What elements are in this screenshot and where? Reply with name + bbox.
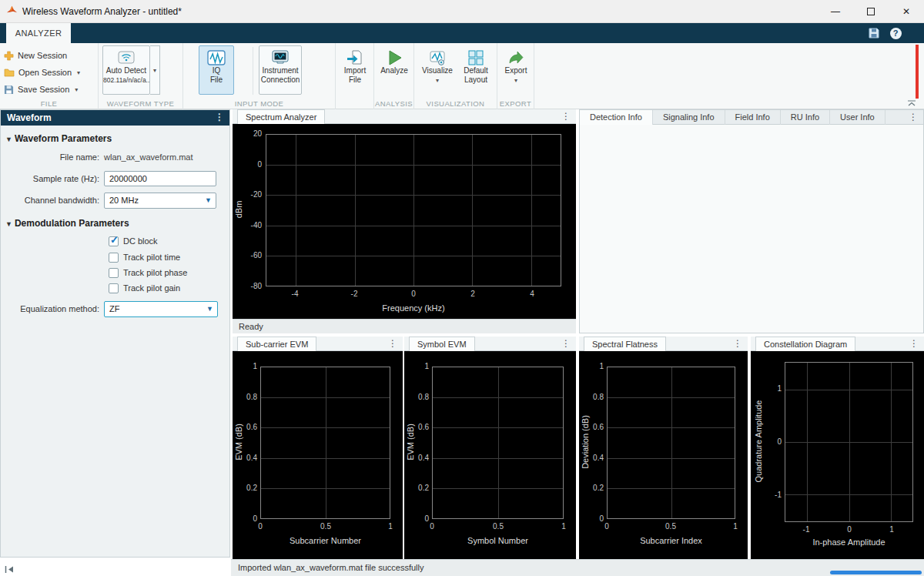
x-tick: 0: [595, 522, 618, 531]
window-title: Wireless Waveform Analyzer - untitled*: [22, 6, 182, 17]
y-tick: -1: [768, 491, 782, 499]
visualize-label: Visualize: [422, 66, 453, 75]
spectrum-analyzer-panel: Spectrum Analyzer ⋮ 20 0 -20 -40 -60 -80…: [233, 109, 576, 333]
tab-user-info[interactable]: User Info: [830, 110, 886, 125]
equalization-method-select[interactable]: ZF ▼: [104, 301, 218, 317]
default-layout-button[interactable]: Default Layout: [458, 45, 494, 95]
constellation-tab[interactable]: Constellation Diagram: [755, 337, 855, 351]
checkbox-icon: ✓: [109, 268, 119, 278]
save-session-button[interactable]: Save Session ▾: [4, 82, 78, 97]
spectrum-analyzer-header: Spectrum Analyzer ⋮: [233, 109, 576, 124]
status-message: Imported wlan_ax_waveform.mat file succe…: [238, 563, 424, 572]
y-tick: 0.2: [585, 484, 604, 492]
horizontal-scrollbar-thumb[interactable]: [830, 571, 922, 574]
spectrum-status-bar: Ready: [233, 319, 576, 333]
visualize-caret-icon[interactable]: ▾: [436, 76, 439, 85]
default-layout-label-1: Default: [464, 66, 488, 75]
section-analysis: Analyze ANALYSIS: [374, 43, 414, 109]
section-visualization: Visualize ▾ Default Layout VISUALIZATION: [414, 43, 497, 109]
auto-detect-button[interactable]: Auto Detect 802.11a/n/ac/a...: [102, 45, 150, 95]
auto-detect-label-1: Auto Detect: [106, 66, 146, 75]
y-tick: 0.2: [239, 484, 257, 492]
waveform-panel-menu-icon[interactable]: ⋮: [215, 111, 224, 124]
x-tick: 1: [552, 522, 575, 531]
save-session-caret-icon[interactable]: ▾: [75, 86, 78, 93]
subcarrier-evm-menu-icon[interactable]: ⋮: [388, 337, 397, 350]
channel-bandwidth-select[interactable]: 20 MHz ▼: [104, 193, 216, 209]
new-session-button[interactable]: New Session: [4, 48, 67, 63]
import-file-icon: [346, 49, 363, 66]
spectral-flatness-tab[interactable]: Spectral Flatness: [584, 337, 666, 351]
open-session-caret-icon[interactable]: ▾: [77, 69, 80, 76]
maximize-button[interactable]: [853, 0, 889, 23]
tab-ru-info[interactable]: RU Info: [781, 110, 830, 125]
minimize-button[interactable]: —: [818, 0, 853, 23]
spectrum-analyzer-tab[interactable]: Spectrum Analyzer: [237, 109, 325, 124]
x-axis-label: Subcarrier Number: [260, 536, 390, 545]
y-axis-label: Quadrature Amplitude: [754, 395, 763, 487]
visualize-button[interactable]: Visualize ▾: [420, 45, 455, 95]
subcarrier-evm-panel: Sub-carrier EVM ⋮ 1 0.8 0.6 0.4 0.2 0 0 …: [233, 337, 403, 559]
x-tick: -1: [797, 525, 815, 534]
symbol-evm-panel: Symbol EVM ⋮ 1 0.8 0.6 0.4 0.2 0 0 0.5 1…: [404, 337, 576, 559]
import-file-button[interactable]: Import File: [338, 45, 372, 95]
iq-file-icon: [206, 49, 226, 66]
section-input-mode: IQ File Instrument Connection INPUT MODE: [183, 43, 336, 109]
spectrum-chart: 20 0 -20 -40 -60 -80 -4 -2 0 2 4 dBm Fre…: [233, 124, 576, 319]
sample-rate-input[interactable]: [104, 171, 216, 186]
file-name-value: wlan_ax_waveform.mat: [104, 152, 193, 162]
close-button[interactable]: ✕: [889, 0, 924, 23]
x-tick: 0.5: [487, 522, 510, 531]
checkbox-label: Track pilot phase: [123, 268, 187, 277]
export-button[interactable]: Export ▾: [499, 45, 533, 95]
open-session-button[interactable]: Open Session ▾: [4, 65, 80, 80]
x-tick: 0: [249, 522, 272, 531]
help-button[interactable]: ?: [887, 26, 904, 40]
constellation-panel: Constellation Diagram ⋮ 1 0 -1 -1 0 1 Qu…: [751, 337, 924, 559]
instrument-connection-button[interactable]: Instrument Connection: [259, 45, 302, 95]
export-caret-icon[interactable]: ▾: [514, 76, 517, 85]
spectral-flatness-menu-icon[interactable]: ⋮: [733, 337, 742, 350]
titlebar: Wireless Waveform Analyzer - untitled* —…: [0, 0, 924, 23]
waveform-type-caret[interactable]: ▾: [150, 45, 160, 95]
section-label-input-mode: INPUT MODE: [183, 99, 335, 108]
tab-detection-info[interactable]: Detection Info: [580, 110, 653, 125]
x-tick: 0.5: [314, 522, 337, 531]
tab-analyzer[interactable]: ANALYZER: [6, 23, 71, 43]
info-panel-menu-icon[interactable]: ⋮: [909, 111, 918, 124]
constellation-menu-icon[interactable]: ⋮: [909, 337, 919, 350]
symbol-evm-menu-icon[interactable]: ⋮: [561, 337, 571, 350]
spectral-flatness-header: Spectral Flatness ⋮: [579, 337, 748, 351]
constellation-chart: 1 0 -1 -1 0 1 Quadrature Amplitude In-ph…: [751, 351, 924, 559]
symbol-evm-tab[interactable]: Symbol EVM: [409, 337, 475, 351]
iq-file-button[interactable]: IQ File: [199, 45, 234, 95]
symbol-evm-header: Symbol EVM ⋮: [404, 337, 576, 351]
y-tick: 20: [243, 129, 262, 138]
subcarrier-evm-tab[interactable]: Sub-carrier EVM: [237, 337, 316, 351]
collapse-panel-button[interactable]: [5, 563, 15, 572]
toolstrip-collapse-button[interactable]: [906, 99, 918, 108]
section-waveform-type: Auto Detect 802.11a/n/ac/a... ▾ WAVEFORM…: [99, 43, 183, 109]
y-axis-label: EVM (dB): [406, 417, 415, 467]
input-mode-divider: [253, 47, 253, 95]
section-label-export: EXPORT: [497, 99, 534, 108]
tab-signaling-info[interactable]: Signaling Info: [653, 110, 725, 125]
demodulation-parameters-toggle[interactable]: ▼Demodulation Parameters: [5, 218, 129, 229]
sample-rate-label: Sample rate (Hz):: [1, 174, 99, 183]
analyze-button[interactable]: Analyze: [377, 45, 411, 95]
checkbox-label: DC block: [123, 236, 158, 246]
tab-field-info[interactable]: Field Info: [725, 110, 781, 125]
spectral-flatness-chart: 1 0.8 0.6 0.4 0.2 0 0 0.5 1 Deviation (d…: [579, 351, 748, 559]
checkbox-icon: ✓: [109, 236, 119, 246]
waveform-parameters-toggle[interactable]: ▼Waveform Parameters: [5, 133, 112, 144]
quick-save-button[interactable]: [865, 26, 882, 40]
default-layout-icon: [467, 49, 484, 66]
analyze-play-icon: [386, 49, 403, 66]
x-tick: 0: [420, 522, 444, 531]
spectrum-analyzer-menu-icon[interactable]: ⋮: [561, 110, 571, 123]
help-icon: ?: [890, 28, 902, 39]
equalization-method-value: ZF: [109, 304, 119, 313]
spectrum-plot-box: [266, 134, 561, 286]
y-tick: 0: [243, 160, 262, 169]
import-file-label-2: File: [349, 75, 361, 85]
